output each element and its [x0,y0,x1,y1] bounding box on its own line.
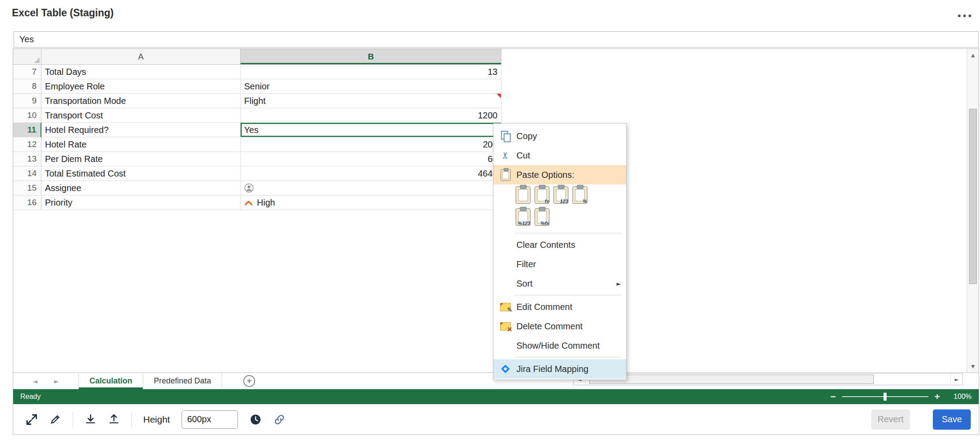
paste-icon[interactable] [516,186,531,204]
cell-a8[interactable]: Employee Role [41,79,241,94]
column-header-a[interactable]: A [41,49,241,65]
height-label: Height [143,414,170,425]
menu-item-delete-comment[interactable]: Delete Comment [494,317,626,336]
row-header-10[interactable]: 10 [13,108,41,123]
cell-b12[interactable]: 200 [241,137,501,152]
menu-item-clear-contents[interactable]: Clear Contents [494,235,626,254]
menu-label-copy: Copy [516,131,623,141]
menu-item-show-hide-comment[interactable]: Show/Hide Comment [494,336,626,355]
table-row: 10 Transport Cost 1200 [13,108,979,123]
row-header-7[interactable]: 7 [13,65,41,79]
cell-b16[interactable]: High [241,195,501,210]
paste-formulas-icon[interactable]: fx [535,186,549,204]
select-all-corner[interactable] [13,49,41,65]
tab-scroll-right-icon[interactable]: ► [54,378,59,385]
scroll-up-icon[interactable]: ▲ [967,50,979,60]
scroll-down-icon[interactable]: ▼ [967,361,979,372]
cell-a11[interactable]: Hotel Required? [41,123,241,137]
cell-b14[interactable]: 4640 [241,166,501,181]
paste-values-number-formatting-icon[interactable]: %123 [516,208,531,226]
horizontal-scrollbar[interactable]: ◄ ► [573,373,963,385]
row-header-8[interactable]: 8 [13,79,41,94]
cell-b11-selected[interactable]: Yes [241,123,501,137]
menu-item-edit-comment[interactable]: Edit Comment [494,297,626,317]
history-clock-icon[interactable] [249,413,262,426]
cell-a9[interactable]: Transportation Mode [41,94,241,108]
paste-clipboard-icon [501,169,511,181]
cell-b10[interactable]: 1200 [241,108,501,123]
cell-b11-text: Yes [244,125,259,135]
cell-b13[interactable]: 60 [241,152,501,166]
row-header-16[interactable]: 16 [13,195,41,210]
cell-b7[interactable]: 13 [241,65,501,79]
height-input[interactable] [182,410,238,429]
scroll-right-icon[interactable]: ► [950,374,962,385]
cell-b15[interactable] [241,181,501,195]
download-icon[interactable] [85,413,97,425]
menu-item-sort[interactable]: Sort ► [494,274,626,293]
paste-formulas-number-formatting-icon[interactable]: %fx [535,208,549,226]
formula-bar-input[interactable] [14,31,979,48]
menu-item-jira-field-mapping[interactable]: Jira Field Mapping [494,359,626,379]
revert-button[interactable]: Revert [871,409,910,430]
tab-predefined-data[interactable]: Predefined Data [143,373,222,389]
row-header-15[interactable]: 15 [13,181,41,195]
ellipsis-icon [958,15,961,17]
menu-label-filter: Filter [516,259,623,269]
cell-b9-text: Flight [244,96,266,106]
page-title: Excel Table (Staging) [12,7,114,19]
zoom-in-button[interactable]: + [935,391,940,402]
menu-separator [515,295,622,295]
edit-pencil-icon[interactable] [49,413,61,425]
table-row: 9 Transportation Mode Flight [13,94,979,108]
row-header-14[interactable]: 14 [13,166,41,181]
zoom-out-button[interactable]: − [830,391,835,402]
zoom-slider-thumb[interactable] [883,393,887,401]
menu-label-jira-field-mapping: Jira Field Mapping [516,364,623,374]
paste-formatting-icon[interactable]: % [572,186,587,204]
add-sheet-button[interactable]: + [243,375,255,387]
expand-fullscreen-icon[interactable] [26,413,38,426]
zoom-slider[interactable] [842,396,928,397]
cell-a10[interactable]: Transport Cost [41,108,241,123]
paste-options-grid: fx 123 % %123 %fx [494,184,626,231]
column-header-b[interactable]: B [241,49,501,65]
horizontal-scrollbar-track[interactable] [586,374,950,385]
cell-a12[interactable]: Hotel Rate [41,137,241,152]
cell-a14[interactable]: Total Estimated Cost [41,166,241,181]
upload-icon[interactable] [108,413,120,425]
menu-label-edit-comment: Edit Comment [516,302,623,312]
copy-icon [501,131,510,141]
cell-a15[interactable]: Assignee [41,181,241,195]
horizontal-scrollbar-thumb[interactable] [589,375,874,384]
footer-toolbar: Height Revert Save [13,404,979,435]
row-header-13[interactable]: 13 [13,152,41,166]
menu-item-copy[interactable]: Copy [494,126,626,146]
menu-item-filter[interactable]: Filter [494,254,626,274]
table-row: 8 Employee Role Senior [13,79,979,94]
cell-b9[interactable]: Flight [241,94,501,108]
status-ready-label: Ready [20,393,41,401]
menu-item-cut[interactable]: ✂ Cut [494,146,626,165]
ellipsis-icon [969,15,971,17]
vertical-scrollbar[interactable]: ▲ ▼ [967,49,979,372]
tab-calculation[interactable]: Calculation [78,373,143,389]
cell-a13[interactable]: Per Diem Rate [41,152,241,166]
menu-separator [515,233,622,233]
save-button[interactable]: Save [933,409,971,430]
jira-icon [501,364,510,374]
comment-indicator-icon [497,94,501,98]
tab-scroll-left-icon[interactable]: ◄ [33,378,37,385]
paste-values-icon[interactable]: 123 [553,186,568,204]
row-header-9[interactable]: 9 [13,94,41,108]
ellipsis-icon [963,15,966,17]
row-header-12[interactable]: 12 [13,137,41,152]
more-options-button[interactable] [958,15,971,17]
row-header-11-selected[interactable]: 11 [13,123,41,137]
cell-a7[interactable]: Total Days [41,65,241,79]
menu-item-paste-options[interactable]: Paste Options: [494,165,626,184]
link-icon[interactable] [273,413,286,426]
cell-b8[interactable]: Senior [241,79,501,94]
vertical-scrollbar-thumb[interactable] [969,109,977,284]
cell-a16[interactable]: Priority [41,195,241,210]
